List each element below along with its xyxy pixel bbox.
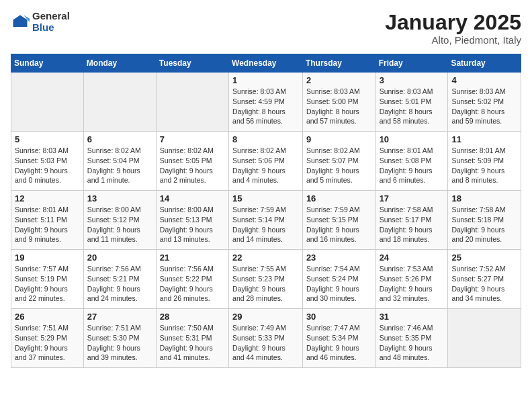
day-number: 25: [451, 253, 517, 263]
day-info: Sunrise: 7:46 AM Sunset: 5:35 PM Dayligh…: [380, 323, 445, 363]
day-info: Sunrise: 8:01 AM Sunset: 5:08 PM Dayligh…: [380, 146, 445, 185]
day-info: Sunrise: 7:47 AM Sunset: 5:34 PM Dayligh…: [306, 323, 372, 363]
calendar-cell: 26Sunrise: 7:51 AM Sunset: 5:29 PM Dayli…: [11, 309, 84, 368]
weekday-header: Saturday: [448, 54, 521, 73]
calendar-cell: 30Sunrise: 7:47 AM Sunset: 5:34 PM Dayli…: [302, 309, 375, 368]
calendar-cell: 8Sunrise: 8:02 AM Sunset: 5:06 PM Daylig…: [229, 132, 303, 191]
logo-icon: [11, 13, 30, 32]
day-info: Sunrise: 7:53 AM Sunset: 5:26 PM Dayligh…: [380, 264, 445, 304]
calendar-cell: 5Sunrise: 8:03 AM Sunset: 5:03 PM Daylig…: [11, 132, 84, 191]
calendar-cell: 6Sunrise: 8:02 AM Sunset: 5:04 PM Daylig…: [83, 132, 156, 191]
day-info: Sunrise: 8:02 AM Sunset: 5:05 PM Dayligh…: [160, 146, 225, 185]
calendar-cell: 16Sunrise: 7:59 AM Sunset: 5:15 PM Dayli…: [302, 191, 375, 250]
day-number: 7: [160, 134, 225, 144]
calendar-cell: 25Sunrise: 7:52 AM Sunset: 5:27 PM Dayli…: [448, 250, 521, 309]
calendar-cell: 2Sunrise: 8:03 AM Sunset: 5:00 PM Daylig…: [302, 73, 375, 132]
day-number: 5: [15, 134, 80, 144]
calendar-cell: 12Sunrise: 8:01 AM Sunset: 5:11 PM Dayli…: [11, 191, 84, 250]
day-info: Sunrise: 8:00 AM Sunset: 5:12 PM Dayligh…: [87, 205, 152, 244]
logo-text: General Blue: [32, 11, 70, 33]
logo-blue: Blue: [32, 22, 70, 34]
calendar-cell: 3Sunrise: 8:03 AM Sunset: 5:01 PM Daylig…: [375, 73, 448, 132]
calendar-subtitle: Alto, Piedmont, Italy: [385, 34, 521, 46]
day-info: Sunrise: 7:58 AM Sunset: 5:18 PM Dayligh…: [451, 205, 517, 244]
calendar-cell: 31Sunrise: 7:46 AM Sunset: 5:35 PM Dayli…: [375, 309, 448, 368]
day-info: Sunrise: 8:01 AM Sunset: 5:11 PM Dayligh…: [15, 205, 80, 244]
calendar-week-row: 12Sunrise: 8:01 AM Sunset: 5:11 PM Dayli…: [11, 191, 521, 250]
day-number: 8: [232, 134, 299, 144]
day-info: Sunrise: 7:55 AM Sunset: 5:23 PM Dayligh…: [232, 264, 299, 304]
day-number: 20: [87, 253, 152, 263]
calendar-cell: 24Sunrise: 7:53 AM Sunset: 5:26 PM Dayli…: [375, 250, 448, 309]
calendar-cell: 11Sunrise: 8:01 AM Sunset: 5:09 PM Dayli…: [448, 132, 521, 191]
calendar-cell: 22Sunrise: 7:55 AM Sunset: 5:23 PM Dayli…: [229, 250, 303, 309]
day-info: Sunrise: 7:56 AM Sunset: 5:21 PM Dayligh…: [87, 264, 152, 304]
day-info: Sunrise: 7:59 AM Sunset: 5:15 PM Dayligh…: [306, 205, 372, 244]
day-number: 21: [160, 253, 225, 263]
day-number: 22: [232, 253, 299, 263]
day-info: Sunrise: 8:03 AM Sunset: 5:02 PM Dayligh…: [451, 87, 517, 126]
day-number: 2: [306, 75, 372, 85]
day-info: Sunrise: 7:56 AM Sunset: 5:22 PM Dayligh…: [160, 264, 225, 304]
day-info: Sunrise: 8:00 AM Sunset: 5:13 PM Dayligh…: [160, 205, 225, 244]
day-number: 31: [380, 312, 445, 322]
calendar-cell: 27Sunrise: 7:51 AM Sunset: 5:30 PM Dayli…: [83, 309, 156, 368]
day-number: 11: [451, 134, 517, 144]
calendar-week-row: 1Sunrise: 8:03 AM Sunset: 4:59 PM Daylig…: [11, 73, 521, 132]
calendar-cell: 14Sunrise: 8:00 AM Sunset: 5:13 PM Dayli…: [156, 191, 228, 250]
calendar-week-row: 19Sunrise: 7:57 AM Sunset: 5:19 PM Dayli…: [11, 250, 521, 309]
day-info: Sunrise: 7:49 AM Sunset: 5:33 PM Dayligh…: [232, 323, 299, 363]
day-number: 15: [232, 193, 299, 203]
page-header: General Blue January 2025 Alto, Piedmont…: [11, 11, 521, 46]
day-number: 14: [160, 193, 225, 203]
logo: General Blue: [11, 11, 70, 33]
day-number: 24: [380, 253, 445, 263]
day-number: 27: [87, 312, 152, 322]
day-info: Sunrise: 8:03 AM Sunset: 4:59 PM Dayligh…: [232, 87, 299, 126]
day-number: 19: [15, 253, 80, 263]
weekday-header-row: SundayMondayTuesdayWednesdayThursdayFrid…: [11, 54, 521, 73]
weekday-header: Sunday: [11, 54, 84, 73]
day-info: Sunrise: 8:03 AM Sunset: 5:03 PM Dayligh…: [15, 146, 80, 185]
day-number: 17: [380, 193, 445, 203]
logo-general: General: [32, 11, 70, 22]
day-info: Sunrise: 8:02 AM Sunset: 5:04 PM Dayligh…: [87, 146, 152, 185]
calendar-cell: 19Sunrise: 7:57 AM Sunset: 5:19 PM Dayli…: [11, 250, 84, 309]
calendar-week-row: 5Sunrise: 8:03 AM Sunset: 5:03 PM Daylig…: [11, 132, 521, 191]
day-info: Sunrise: 7:57 AM Sunset: 5:19 PM Dayligh…: [15, 264, 80, 304]
calendar-table: SundayMondayTuesdayWednesdayThursdayFrid…: [11, 54, 521, 368]
calendar-cell: 29Sunrise: 7:49 AM Sunset: 5:33 PM Dayli…: [229, 309, 303, 368]
calendar-cell: 9Sunrise: 8:02 AM Sunset: 5:07 PM Daylig…: [302, 132, 375, 191]
calendar-cell: 21Sunrise: 7:56 AM Sunset: 5:22 PM Dayli…: [156, 250, 228, 309]
calendar-cell: 20Sunrise: 7:56 AM Sunset: 5:21 PM Dayli…: [83, 250, 156, 309]
day-number: 30: [306, 312, 372, 322]
day-number: 10: [380, 134, 445, 144]
day-number: 23: [306, 253, 372, 263]
weekday-header: Wednesday: [229, 54, 303, 73]
day-info: Sunrise: 8:02 AM Sunset: 5:06 PM Dayligh…: [232, 146, 299, 185]
day-info: Sunrise: 8:01 AM Sunset: 5:09 PM Dayligh…: [451, 146, 517, 185]
weekday-header: Friday: [375, 54, 448, 73]
calendar-cell: 18Sunrise: 7:58 AM Sunset: 5:18 PM Dayli…: [448, 191, 521, 250]
day-info: Sunrise: 7:59 AM Sunset: 5:14 PM Dayligh…: [232, 205, 299, 244]
day-number: 18: [451, 193, 517, 203]
calendar-cell: 4Sunrise: 8:03 AM Sunset: 5:02 PM Daylig…: [448, 73, 521, 132]
calendar-week-row: 26Sunrise: 7:51 AM Sunset: 5:29 PM Dayli…: [11, 309, 521, 368]
day-number: 3: [380, 75, 445, 85]
calendar-cell: 15Sunrise: 7:59 AM Sunset: 5:14 PM Dayli…: [229, 191, 303, 250]
calendar-cell: 23Sunrise: 7:54 AM Sunset: 5:24 PM Dayli…: [302, 250, 375, 309]
day-info: Sunrise: 7:51 AM Sunset: 5:30 PM Dayligh…: [87, 323, 152, 363]
calendar-cell: 28Sunrise: 7:50 AM Sunset: 5:31 PM Dayli…: [156, 309, 228, 368]
day-number: 12: [15, 193, 80, 203]
day-info: Sunrise: 8:03 AM Sunset: 5:00 PM Dayligh…: [306, 87, 372, 126]
day-number: 13: [87, 193, 152, 203]
day-number: 1: [232, 75, 299, 85]
day-info: Sunrise: 7:58 AM Sunset: 5:17 PM Dayligh…: [380, 205, 445, 244]
calendar-cell: [156, 73, 228, 132]
calendar-cell: [448, 309, 521, 368]
day-info: Sunrise: 8:03 AM Sunset: 5:01 PM Dayligh…: [380, 87, 445, 126]
calendar-title: January 2025: [385, 11, 521, 34]
calendar-cell: 10Sunrise: 8:01 AM Sunset: 5:08 PM Dayli…: [375, 132, 448, 191]
day-info: Sunrise: 7:54 AM Sunset: 5:24 PM Dayligh…: [306, 264, 372, 304]
day-info: Sunrise: 7:50 AM Sunset: 5:31 PM Dayligh…: [160, 323, 225, 363]
